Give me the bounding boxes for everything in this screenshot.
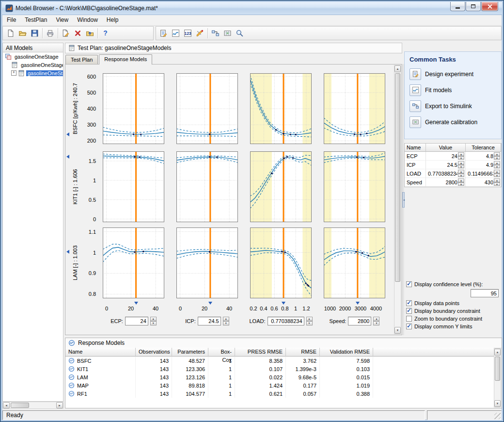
column-header-name[interactable]: Name bbox=[65, 348, 136, 357]
speed-value-spinner-up-icon[interactable]: ▲ bbox=[458, 179, 464, 182]
checkbox-display-confidence-level[interactable] bbox=[406, 281, 412, 287]
icp-tolerance-spinner-up-icon[interactable]: ▲ bbox=[494, 161, 500, 165]
response-model-row[interactable]: LAM143123.12610.0229.68e-50.015 bbox=[65, 373, 494, 381]
ecp-spinner-down-icon[interactable]: ▼ bbox=[150, 321, 157, 325]
load-current-marker-icon[interactable] bbox=[282, 302, 285, 305]
task-export-to-simulink[interactable]: Export to Simulink bbox=[405, 98, 501, 114]
ecp-tolerance-cell[interactable]: 4.8▲▼ bbox=[466, 152, 501, 161]
icp-current-marker-icon[interactable] bbox=[208, 302, 212, 305]
speed-spinner-up-icon[interactable]: ▲ bbox=[373, 317, 379, 321]
maximize-button[interactable] bbox=[466, 2, 481, 11]
plot-area-scrollbar-up-icon[interactable]: ▲ bbox=[394, 65, 401, 72]
response-model-row[interactable]: KIT1143123.30610.1071.399e-30.103 bbox=[65, 365, 494, 373]
menu-window[interactable]: Window bbox=[73, 15, 102, 25]
load-spinner-down-icon[interactable]: ▼ bbox=[306, 321, 313, 325]
tree-horizontal-scrollbar[interactable]: ◄► bbox=[2, 402, 63, 409]
icp-value-spinner-down-icon[interactable]: ▼ bbox=[458, 165, 464, 169]
resize-grip[interactable] bbox=[494, 413, 501, 419]
plot-lam-vs-ecp[interactable] bbox=[103, 227, 164, 298]
response-table-scrollbar-down-icon[interactable]: ▼ bbox=[494, 400, 501, 407]
load-value-cell[interactable]: 0.770388234▲▼ bbox=[426, 169, 466, 178]
checkbox-display-boundary-constraint[interactable] bbox=[406, 308, 412, 314]
tree-expander-icon[interactable]: + bbox=[11, 70, 16, 76]
load-input[interactable] bbox=[268, 317, 304, 325]
speed-value-spinner-down-icon[interactable]: ▼ bbox=[458, 182, 464, 186]
plot-bsfc-vs-ecp[interactable] bbox=[103, 73, 164, 144]
task-design-experiment[interactable]: Design experiment bbox=[405, 66, 501, 82]
ecp-value-spinner-up-icon[interactable]: ▲ bbox=[458, 152, 464, 156]
response-table-scrollbar-thumb[interactable] bbox=[495, 357, 500, 381]
load-tolerance-spinner-up-icon[interactable]: ▲ bbox=[494, 170, 500, 174]
icp-tolerance-spinner-down-icon[interactable]: ▼ bbox=[494, 165, 500, 169]
tab-test-plan[interactable]: Test Plan bbox=[65, 55, 98, 64]
plot-area-scrollbar-down-icon[interactable]: ▼ bbox=[394, 327, 401, 334]
fit-models-button[interactable] bbox=[170, 27, 182, 39]
speed-tolerance-spinner-up-icon[interactable]: ▲ bbox=[494, 179, 500, 182]
generate-calibration-button[interactable] bbox=[221, 27, 234, 39]
plot-lam-vs-load[interactable] bbox=[250, 227, 312, 298]
response-table-scrollbar-up-icon[interactable]: ▲ bbox=[494, 349, 501, 356]
column-header-box-cox[interactable]: Box-Cox bbox=[208, 348, 235, 357]
splitter-collapse-icon[interactable]: ◄ bbox=[402, 192, 405, 208]
minimize-button[interactable] bbox=[450, 2, 465, 11]
evaluate-model-button[interactable] bbox=[194, 27, 206, 39]
export-to-simulink-button[interactable] bbox=[209, 27, 221, 39]
plot-kit1-vs-icp[interactable] bbox=[176, 151, 238, 222]
response-table-scrollbar[interactable]: ▲▼ bbox=[494, 348, 501, 407]
plot-bsfc-vs-speed[interactable] bbox=[324, 73, 385, 144]
response-model-row[interactable]: RF1143104.57710.6210.0570.388 bbox=[65, 390, 494, 398]
plot-lam-vs-speed[interactable] bbox=[324, 227, 385, 298]
load-tolerance-spinner-down-icon[interactable]: ▼ bbox=[494, 174, 500, 178]
design-experiment-button[interactable] bbox=[158, 27, 170, 39]
speed-value-cell[interactable]: 2800▲▼ bbox=[426, 178, 466, 187]
save-file-button[interactable] bbox=[29, 27, 41, 39]
tab-response-models[interactable]: Response Models bbox=[99, 54, 152, 65]
ecp-value-spinner-down-icon[interactable]: ▼ bbox=[458, 156, 464, 160]
factor-column-header[interactable]: Tolerance bbox=[466, 144, 501, 152]
plot-kit1-vs-load[interactable] bbox=[250, 151, 312, 222]
icp-value-cell[interactable]: 24.5▲▼ bbox=[426, 161, 466, 169]
help-button[interactable]: ? bbox=[99, 27, 111, 39]
icp-input[interactable] bbox=[198, 317, 221, 325]
speed-current-marker-icon[interactable] bbox=[356, 302, 360, 305]
task-generate-calibration[interactable]: Generate calibration bbox=[405, 114, 501, 130]
icp-spinner-down-icon[interactable]: ▼ bbox=[223, 321, 229, 325]
ecp-input[interactable] bbox=[125, 317, 148, 325]
ecp-value-cell[interactable]: 24▲▼ bbox=[426, 152, 466, 161]
new-test-plan-button[interactable] bbox=[60, 27, 72, 39]
tree-horizontal-scrollbar-left-icon[interactable]: ◄ bbox=[3, 402, 10, 408]
ecp-spinner-up-icon[interactable]: ▲ bbox=[150, 317, 157, 321]
tree-horizontal-scrollbar-right-icon[interactable]: ► bbox=[56, 402, 63, 408]
speed-tolerance-cell[interactable]: 430▲▼ bbox=[466, 178, 501, 187]
plot-area-scrollbar-thumb[interactable] bbox=[395, 73, 400, 282]
confidence-level-input[interactable] bbox=[471, 289, 499, 297]
icp-value-spinner-up-icon[interactable]: ▲ bbox=[458, 161, 464, 165]
plot-bsfc-vs-icp[interactable] bbox=[176, 73, 238, 144]
response-model-row[interactable]: BSFC14348.52718.3583.7627.598 bbox=[65, 357, 494, 365]
column-header-rmse[interactable]: RMSE bbox=[286, 348, 320, 357]
delete-node-button[interactable] bbox=[72, 27, 84, 39]
update-fit-button[interactable]: 123 bbox=[182, 27, 194, 39]
response-model-row[interactable]: MAP14389.81811.4240.1771.019 bbox=[65, 381, 494, 390]
open-file-button[interactable] bbox=[16, 27, 29, 39]
column-header-observations[interactable]: Observations bbox=[136, 348, 172, 357]
title-bar[interactable]: Model Browser - C:\Work\MBC\gasolineOneS… bbox=[2, 2, 502, 15]
plot-kit1-vs-ecp[interactable] bbox=[103, 151, 164, 222]
tree-item[interactable]: gasolineOneStage bbox=[3, 52, 63, 61]
menu-help[interactable]: Help bbox=[102, 15, 123, 25]
task-fit-models[interactable]: Fit models bbox=[405, 82, 501, 98]
load-value-spinner-down-icon[interactable]: ▼ bbox=[458, 174, 464, 178]
plot-area-scrollbar[interactable]: ▲▼ bbox=[394, 65, 401, 334]
up-one-level-button[interactable] bbox=[84, 27, 96, 39]
new-file-button[interactable] bbox=[4, 27, 16, 39]
ecp-tolerance-spinner-down-icon[interactable]: ▼ bbox=[494, 156, 500, 160]
icp-tolerance-cell[interactable]: 4.9▲▼ bbox=[466, 161, 501, 169]
tree-item[interactable]: gasolineOneStage bbox=[3, 61, 63, 69]
plot-kit1-vs-speed[interactable] bbox=[324, 151, 385, 222]
column-header-parameters[interactable]: Parameters bbox=[172, 348, 208, 357]
print-button[interactable] bbox=[44, 27, 56, 39]
menu-testplan[interactable]: TestPlan bbox=[20, 15, 51, 25]
speed-spinner-down-icon[interactable]: ▼ bbox=[373, 321, 379, 325]
column-header-validation-rmse[interactable]: Validation RMSE bbox=[320, 348, 373, 357]
model-viewer-button[interactable] bbox=[234, 27, 246, 39]
